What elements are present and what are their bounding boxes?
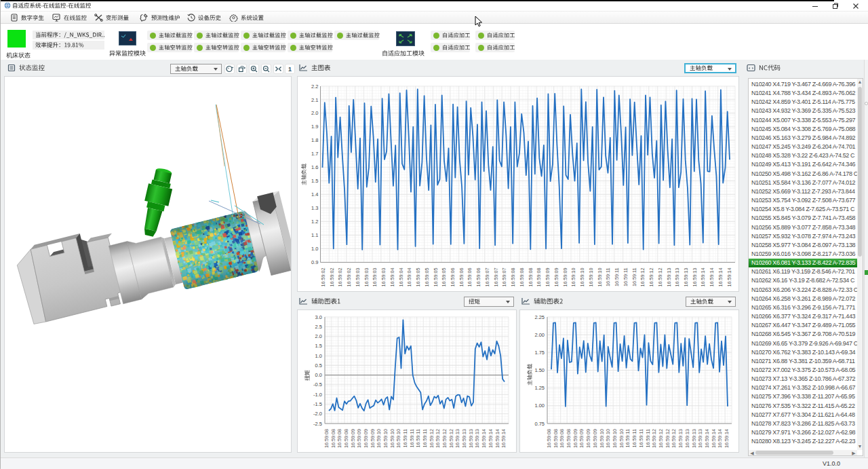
svg-text:16:59:03: 16:59:03 [355, 268, 361, 287]
svg-text:0.5: 0.5 [315, 362, 322, 369]
svg-text:-0.5: -0.5 [313, 381, 322, 388]
svg-text:16:59:12: 16:59:12 [651, 429, 657, 448]
svg-text:16:59:12: 16:59:12 [441, 429, 448, 448]
svg-text:16:59:14: 16:59:14 [488, 429, 494, 448]
svg-text:16:59:11: 16:59:11 [645, 429, 651, 447]
svg-text:16:59:06: 16:59:06 [475, 268, 481, 287]
svg-text:16:59:06: 16:59:06 [458, 268, 465, 287]
svg-text:-2.5: -2.5 [313, 421, 322, 427]
svg-text:16:59:14: 16:59:14 [700, 268, 706, 287]
svg-text:16:59:08: 16:59:08 [528, 268, 534, 287]
svg-text:2.00: 2.00 [534, 332, 545, 338]
svg-text:16:59:04: 16:59:04 [389, 268, 395, 287]
svg-text:16:59:13: 16:59:13 [666, 268, 672, 287]
svg-text:2.0: 2.0 [315, 333, 322, 339]
svg-text:16:59:02: 16:59:02 [329, 268, 335, 287]
svg-text:16:59:11: 16:59:11 [402, 429, 408, 447]
svg-text:16:59:13: 16:59:13 [474, 429, 480, 448]
svg-text:1.5: 1.5 [311, 178, 318, 184]
svg-text:16:59:14: 16:59:14 [494, 429, 500, 448]
svg-text:16:59:14: 16:59:14 [717, 268, 724, 287]
svg-text:16:59:09: 16:59:09 [356, 429, 362, 448]
svg-text:16:59:13: 16:59:13 [677, 429, 684, 448]
svg-text:16:59:13: 16:59:13 [691, 429, 697, 448]
svg-text:16:59:12: 16:59:12 [665, 429, 671, 448]
svg-text:-2.0: -2.0 [313, 411, 322, 417]
svg-text:16:59:13: 16:59:13 [683, 268, 689, 287]
svg-text:16:59:11: 16:59:11 [631, 268, 637, 286]
svg-text:16:59:12: 16:59:12 [648, 268, 654, 287]
svg-text:16:59:09: 16:59:09 [370, 429, 376, 448]
svg-text:16:59:09: 16:59:09 [572, 429, 578, 448]
svg-text:16:59:03: 16:59:03 [363, 268, 370, 287]
svg-text:16:59:02: 16:59:02 [346, 268, 352, 287]
svg-text:16:59:13: 16:59:13 [684, 429, 690, 448]
svg-text:-1.0: -1.0 [313, 392, 322, 398]
svg-text:2.5: 2.5 [315, 324, 322, 330]
svg-text:16:59:10: 16:59:10 [389, 429, 395, 448]
svg-text:16:59:10: 16:59:10 [570, 268, 576, 287]
svg-text:1.4: 1.4 [311, 191, 318, 198]
svg-text:16:59:08: 16:59:08 [536, 268, 542, 287]
svg-text:0.0: 0.0 [315, 372, 322, 378]
svg-text:16:59:10: 16:59:10 [395, 429, 401, 448]
svg-text:1.3: 1.3 [311, 205, 318, 211]
svg-text:16:59:04: 16:59:04 [398, 268, 404, 287]
svg-text:16:59:14: 16:59:14 [709, 268, 715, 287]
svg-text:16:59:10: 16:59:10 [382, 429, 389, 448]
svg-text:2.2: 2.2 [311, 83, 318, 90]
svg-text:16:59:04: 16:59:04 [406, 268, 412, 287]
svg-text:16:59:13: 16:59:13 [468, 429, 474, 448]
svg-text:16:59:09: 16:59:09 [585, 429, 591, 448]
svg-text:16:59:11: 16:59:11 [638, 429, 644, 447]
svg-text:16:59:11: 16:59:11 [614, 268, 620, 286]
svg-text:16:59:07: 16:59:07 [493, 268, 499, 287]
svg-text:1.00: 1.00 [534, 402, 545, 409]
svg-text:16:59:06: 16:59:06 [450, 268, 456, 287]
svg-text:16:59:10: 16:59:10 [612, 429, 618, 448]
svg-text:1.0: 1.0 [315, 353, 322, 359]
svg-text:16:59:09: 16:59:09 [578, 429, 585, 448]
svg-text:16:59:11: 16:59:11 [422, 429, 428, 447]
svg-text:16:59:08: 16:59:08 [553, 429, 559, 448]
svg-text:16:59:14: 16:59:14 [717, 429, 723, 448]
svg-text:1.7: 1.7 [311, 151, 318, 157]
svg-text:16:59:10: 16:59:10 [579, 268, 585, 287]
svg-text:16:59:13: 16:59:13 [461, 429, 467, 448]
svg-text:16:59:05: 16:59:05 [424, 268, 430, 287]
svg-text:1.75: 1.75 [534, 350, 545, 356]
svg-text:16:59:05: 16:59:05 [415, 268, 421, 287]
svg-text:16:59:11: 16:59:11 [415, 429, 421, 447]
svg-text:16:59:05: 16:59:05 [441, 268, 447, 287]
svg-text:16:59:11: 16:59:11 [623, 268, 629, 286]
svg-text:3.0: 3.0 [315, 314, 322, 320]
svg-text:16:59:12: 16:59:12 [639, 268, 646, 287]
svg-text:16:59:08: 16:59:08 [566, 429, 572, 448]
svg-text:16:59:03: 16:59:03 [380, 268, 387, 287]
svg-text:16:59:14: 16:59:14 [481, 429, 487, 448]
svg-text:16:59:09: 16:59:09 [592, 429, 598, 448]
svg-text:16:59:09: 16:59:09 [350, 429, 356, 448]
svg-text:2.0: 2.0 [311, 110, 318, 116]
svg-text:16:59:08: 16:59:08 [343, 429, 349, 448]
svg-text:16:59:11: 16:59:11 [631, 429, 637, 447]
svg-text:0.9: 0.9 [311, 259, 318, 265]
svg-text:16:59:10: 16:59:10 [605, 429, 611, 448]
svg-text:16:59:02: 16:59:02 [337, 268, 343, 287]
svg-text:16:59:10: 16:59:10 [618, 429, 625, 448]
svg-text:0.75: 0.75 [534, 421, 545, 427]
svg-text:-1.5: -1.5 [313, 401, 322, 407]
svg-text:16:59:14: 16:59:14 [500, 429, 507, 448]
svg-text:16:59:08: 16:59:08 [546, 429, 552, 448]
svg-text:16:59:09: 16:59:09 [562, 268, 568, 287]
svg-text:16:59:07: 16:59:07 [484, 268, 490, 287]
svg-text:1.2: 1.2 [311, 219, 318, 225]
svg-text:16:59:11: 16:59:11 [605, 268, 611, 286]
svg-text:16:59:12: 16:59:12 [448, 429, 454, 448]
svg-text:16:59:08: 16:59:08 [519, 268, 525, 287]
svg-text:16:59:14: 16:59:14 [704, 429, 710, 448]
svg-text:16:59:11: 16:59:11 [625, 429, 631, 447]
svg-text:1.9: 1.9 [311, 124, 318, 130]
svg-text:16:59:14: 16:59:14 [726, 268, 732, 287]
svg-text:16:59:12: 16:59:12 [658, 429, 664, 448]
